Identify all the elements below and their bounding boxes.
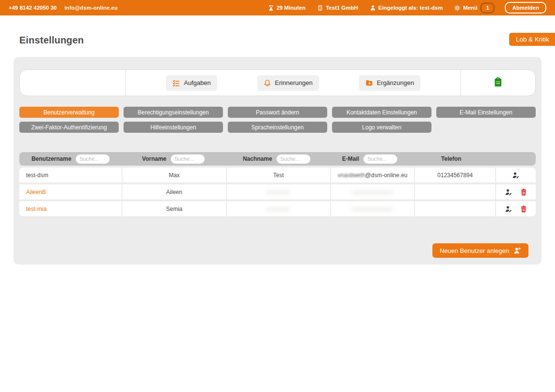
username-link[interactable]: AileenB xyxy=(26,189,46,196)
hourglass-icon xyxy=(268,5,274,11)
settings-card: Aufgaben Erinnerungen Ergänzungen Benutz… xyxy=(14,57,541,265)
column-label: Telefon xyxy=(441,155,461,162)
trash-icon xyxy=(520,205,527,213)
person-edit-icon xyxy=(512,171,520,179)
cell-benutzername: test-dsm xyxy=(19,168,122,182)
search-input-vorname[interactable] xyxy=(171,154,205,164)
search-input-benutzername[interactable] xyxy=(76,154,110,164)
cell-benutzername: test-mia xyxy=(19,201,122,216)
tab-e-mail-einstellungen[interactable]: E-Mail Einstellungen xyxy=(436,107,536,118)
user-table: BenutzernameVornameNachnameE-MailTelefon… xyxy=(19,152,536,216)
trash-icon xyxy=(520,188,527,196)
tab-logo-verwalten[interactable]: Logo verwalten xyxy=(332,122,431,133)
username-text: test-dsm xyxy=(26,172,48,179)
table-body: test-dsmMaxTestvnastiweth@dsm-online.eu0… xyxy=(19,168,536,216)
logged-in-label: Eingeloggt als: test-dsm xyxy=(378,5,443,11)
topbar-email-link[interactable]: info@dsm-online.eu xyxy=(64,5,117,11)
reminders-label: Erinnerungen xyxy=(275,79,313,86)
tab-zwei-faktor-authentifizierung[interactable]: Zwei-Faktor-Authentifizierung xyxy=(19,122,119,133)
additions-button[interactable]: Ergänzungen xyxy=(359,75,420,91)
tab-hilfeeinstellungen[interactable]: Hilfeeinstellungen xyxy=(124,122,223,133)
table-header-cell-nachname: Nachname xyxy=(225,154,328,164)
menu-badge[interactable]: 1 xyxy=(482,4,493,12)
toolbar-empty-section xyxy=(20,70,126,96)
new-user-button[interactable]: Neuen Benutzer anlegen xyxy=(432,243,528,258)
cell-actions xyxy=(496,168,536,182)
company-item[interactable]: Test1 GmbH xyxy=(317,5,358,11)
cell-vorname: Semia xyxy=(123,201,226,216)
table-header-cell-telefon: Telefon xyxy=(411,155,491,162)
menu-item[interactable]: Menü 1 xyxy=(454,4,493,12)
person-edit-icon xyxy=(505,188,513,196)
cell-nachname: xxxxxxxx xyxy=(227,184,330,199)
cell-nachname: Test xyxy=(227,168,330,182)
tasks-button[interactable]: Aufgaben xyxy=(166,75,217,91)
menu-label: Menü xyxy=(463,5,477,11)
delete-user-button[interactable] xyxy=(520,188,527,196)
tab-benutzerverwaltung[interactable]: Benutzerverwaltung xyxy=(19,107,119,118)
gear-icon xyxy=(454,5,460,11)
logged-in-item: Eingeloggt als: test-dsm xyxy=(370,5,443,11)
session-timer-label: 29 Minuten xyxy=(277,5,305,11)
building-icon xyxy=(317,5,323,11)
nachname-text: xxxxxxxx xyxy=(267,206,290,212)
email-prefix: xxxxxxxxxxxxxx xyxy=(352,189,393,196)
page-title: Einstellungen xyxy=(19,35,555,46)
settings-tabs: BenutzerverwaltungBerechtigungseinstellu… xyxy=(19,107,536,133)
email-prefix: xxxxxxxxxxxxxx xyxy=(352,206,393,212)
bell-icon xyxy=(264,79,271,87)
person-icon xyxy=(370,5,376,11)
tab-kontaktdaten-einstellungen[interactable]: Kontaktdaten Einstellungen xyxy=(332,107,431,118)
tab-spracheinstellungen[interactable]: Spracheinstellungen xyxy=(228,122,327,133)
clipboard-icon xyxy=(493,77,503,87)
checklist-icon xyxy=(172,79,180,87)
table-header-cell-benutzername: Benutzername xyxy=(19,154,122,164)
new-user-label: Neuen Benutzer anlegen xyxy=(440,247,509,254)
page-header: Einstellungen Lob & Kritik xyxy=(0,35,555,49)
table-row: test-miaSemiaxxxxxxxxxxxxxxxxxxxxxx xyxy=(19,201,536,216)
edit-user-button[interactable] xyxy=(505,188,513,196)
edit-user-button[interactable] xyxy=(512,171,520,179)
company-label: Test1 GmbH xyxy=(326,5,358,11)
table-header-cell-e-mail: E-Mail xyxy=(328,154,411,164)
column-label: E-Mail xyxy=(342,155,359,162)
cell-vorname: Aileen xyxy=(123,184,226,199)
feedback-button[interactable]: Lob & Kritik xyxy=(509,33,555,46)
nachname-text: Test xyxy=(273,172,284,179)
cell-telefon xyxy=(415,184,495,199)
topbar: +49 8142 42050 30 info@dsm-online.eu 29 … xyxy=(0,0,555,15)
column-label: Nachname xyxy=(243,155,272,162)
cell-actions xyxy=(496,201,536,216)
tasks-label: Aufgaben xyxy=(184,79,211,86)
column-label: Vorname xyxy=(142,155,166,162)
search-input-e-mail[interactable] xyxy=(363,154,397,164)
cell-nachname: xxxxxxxx xyxy=(227,201,330,216)
search-input-nachname[interactable] xyxy=(277,154,310,164)
edit-user-button[interactable] xyxy=(505,205,513,213)
tab-passwort-ändern[interactable]: Passwort ändern xyxy=(228,107,327,118)
session-timer: 29 Minuten xyxy=(268,5,305,11)
logout-button[interactable]: Abmelden xyxy=(505,2,546,14)
delete-user-button[interactable] xyxy=(520,205,527,213)
table-header-row: BenutzernameVornameNachnameE-MailTelefon xyxy=(19,152,536,166)
cell-benutzername: AileenB xyxy=(19,184,122,199)
clipboard-button[interactable] xyxy=(493,77,503,89)
cell-actions xyxy=(496,184,536,199)
table-header-cell-vorname: Vorname xyxy=(122,154,225,164)
reminders-button[interactable]: Erinnerungen xyxy=(257,75,319,91)
cell-email: vnastiweth@dsm-online.eu xyxy=(331,168,414,182)
person-plus-icon xyxy=(513,247,521,254)
column-label: Benutzername xyxy=(31,155,71,162)
table-row: AileenBAileenxxxxxxxxxxxxxxxxxxxxxx xyxy=(19,184,536,199)
toolbar-strip: Aufgaben Erinnerungen Ergänzungen xyxy=(19,70,536,96)
cell-telefon: 01234567894 xyxy=(415,168,495,182)
nachname-text: xxxxxxxx xyxy=(267,189,290,196)
person-edit-icon xyxy=(505,205,513,213)
cell-vorname: Max xyxy=(123,168,226,182)
username-link[interactable]: test-mia xyxy=(26,206,47,212)
email-prefix: vnastiweth xyxy=(338,172,365,179)
cell-email: xxxxxxxxxxxxxx xyxy=(331,184,414,199)
topbar-phone: +49 8142 42050 30 xyxy=(9,5,56,11)
tab-berechtigungseinstellungen[interactable]: Berechtigungseinstellungen xyxy=(124,107,223,118)
folder-plus-icon xyxy=(365,79,373,87)
